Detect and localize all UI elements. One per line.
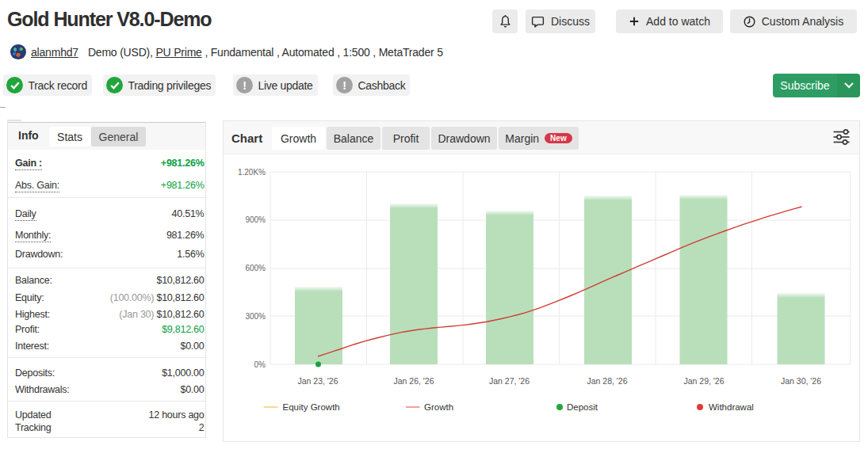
svg-text:900%: 900% [245, 215, 266, 224]
svg-text:Jan 26, '26: Jan 26, '26 [393, 376, 434, 386]
svg-text:Withdrawal: Withdrawal [709, 402, 754, 412]
svg-text:Equity Growth: Equity Growth [283, 402, 340, 412]
svg-text:1.20K%: 1.20K% [238, 168, 266, 177]
svg-text:Growth: Growth [424, 402, 453, 412]
svg-text:Jan 29, '26: Jan 29, '26 [683, 376, 724, 386]
svg-text:Jan 27, '26: Jan 27, '26 [489, 376, 530, 386]
svg-text:Jan 23, '26: Jan 23, '26 [297, 376, 338, 386]
svg-text:300%: 300% [245, 312, 266, 321]
svg-text:Deposit: Deposit [567, 402, 598, 412]
svg-text:600%: 600% [245, 264, 266, 272]
svg-text:Jan 28, '26: Jan 28, '26 [587, 376, 627, 386]
svg-text:Jan 30, '26: Jan 30, '26 [781, 376, 821, 386]
svg-text:0%: 0% [254, 360, 266, 369]
